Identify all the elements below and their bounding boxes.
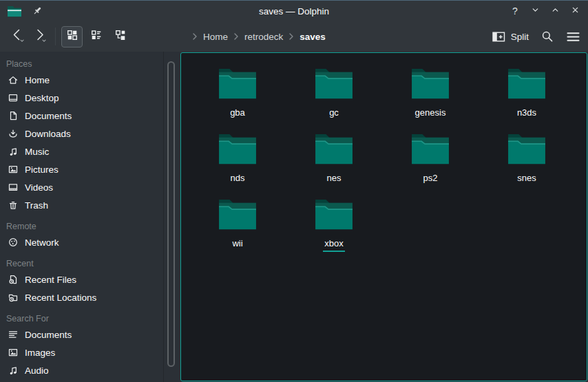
sidebar-item-downloads[interactable]: Downloads — [0, 125, 163, 142]
folder-icon — [505, 129, 548, 169]
breadcrumb-separator-icon — [288, 32, 295, 41]
folder-item-n3ds[interactable]: n3ds — [479, 64, 575, 129]
sidebar-scrollbar-track[interactable] — [164, 52, 180, 382]
sidebar-item-documents[interactable]: Documents — [0, 326, 163, 343]
folder-icon — [216, 195, 259, 235]
folder-item-xbox[interactable]: xbox — [286, 195, 382, 260]
pin-icon[interactable] — [32, 6, 43, 17]
compact-view-button[interactable] — [85, 26, 107, 47]
sidebar-item-network[interactable]: Network — [0, 233, 163, 251]
folder-icon — [313, 195, 355, 235]
sidebar-item-videos[interactable]: Videos — [0, 178, 163, 196]
desktop-icon — [8, 92, 19, 103]
folder-item-wii[interactable]: wii — [189, 195, 286, 260]
chevron-right-icon — [32, 27, 48, 46]
network-icon — [8, 237, 19, 248]
folder-icon — [216, 129, 259, 169]
window-title: saves — Dolphin — [0, 6, 588, 17]
sidebar-item-label: Downloads — [25, 129, 71, 139]
folder-label: snes — [516, 173, 537, 184]
folder-label: wii — [231, 239, 244, 249]
folder-label: nds — [229, 173, 246, 184]
breadcrumb-separator-icon — [191, 32, 198, 41]
titlebar[interactable]: saves — Dolphin ? — [0, 1, 588, 21]
sidebar-item-label: Audio — [25, 365, 49, 376]
sidebar-item-label: Network — [25, 237, 59, 248]
folder-item-gba[interactable]: gba — [189, 64, 286, 129]
sidebar-item-images[interactable]: Images — [0, 343, 163, 361]
forward-button[interactable] — [29, 25, 51, 47]
compact-view-icon — [91, 30, 102, 43]
sidebar-item-audio[interactable]: Audio — [0, 361, 163, 379]
icons-view-button[interactable] — [61, 26, 83, 47]
folder-label: ps2 — [422, 173, 439, 184]
sidebar-item-label: Recent Locations — [25, 293, 96, 303]
sidebar-item-pictures[interactable]: Pictures — [0, 160, 163, 178]
maximize-button[interactable] — [549, 5, 561, 17]
dolphin-app-icon — [7, 5, 22, 17]
chevron-down-icon — [530, 5, 540, 17]
recent-file-icon — [8, 274, 19, 285]
breadcrumb-retrodeck[interactable]: retrodeck — [244, 32, 283, 42]
music-note-icon — [8, 365, 19, 376]
sidebar-item-label: Documents — [25, 111, 72, 121]
icons-view-icon — [67, 30, 78, 43]
folder-item-genesis[interactable]: genesis — [382, 64, 479, 129]
search-icon — [541, 30, 554, 43]
text-lines-icon — [8, 329, 19, 340]
folder-item-nes[interactable]: nes — [286, 129, 382, 195]
sidebar-item-music[interactable]: Music — [0, 142, 163, 160]
sidebar-item-recent-locations[interactable]: Recent Locations — [0, 288, 163, 306]
breadcrumb-separator-icon — [233, 32, 240, 41]
places-panel: PlacesHomeDesktopDocumentsDownloadsMusic… — [0, 52, 164, 382]
search-button[interactable] — [541, 30, 554, 43]
sidebar-item-label: Music — [25, 147, 49, 157]
sidebar-item-label: Home — [25, 75, 50, 85]
sidebar-item-documents[interactable]: Documents — [0, 107, 163, 125]
trash-icon — [8, 200, 19, 211]
breadcrumb-saves[interactable]: saves — [300, 32, 326, 42]
download-icon — [8, 128, 19, 139]
recent-folder-icon — [8, 292, 19, 303]
folder-view: gbagcgenesisn3dsndsnesps2sneswiixbox — [180, 52, 587, 381]
chevron-up-icon — [550, 5, 560, 17]
split-view-icon — [492, 32, 505, 42]
sidebar-item-trash[interactable]: Trash — [0, 196, 163, 214]
chevron-left-icon — [10, 27, 26, 46]
toolbar: Homeretrodecksaves Split — [0, 21, 588, 52]
split-button[interactable]: Split — [492, 32, 529, 42]
video-icon — [8, 182, 19, 193]
dolphin-window: saves — Dolphin ? — [0, 0, 588, 382]
folder-icon — [409, 64, 452, 104]
breadcrumb-home[interactable]: Home — [203, 32, 228, 42]
folder-label: gc — [328, 108, 340, 118]
sidebar-item-recent-files[interactable]: Recent Files — [0, 270, 163, 288]
sidebar-section-recent: Recent — [0, 257, 163, 270]
document-icon — [8, 110, 19, 121]
folder-item-ps2[interactable]: ps2 — [382, 129, 479, 195]
folder-label: genesis — [414, 108, 448, 118]
close-icon — [570, 5, 580, 17]
folder-item-snes[interactable]: snes — [479, 129, 575, 195]
minimize-button[interactable] — [529, 5, 541, 17]
home-icon — [8, 74, 19, 85]
toolbar-separator — [55, 28, 56, 45]
folder-item-gc[interactable]: gc — [286, 64, 382, 129]
sidebar-item-home[interactable]: Home — [0, 71, 163, 89]
sidebar-section-places: Places — [0, 57, 163, 71]
folder-item-nds[interactable]: nds — [189, 129, 286, 195]
folder-label: xbox — [323, 239, 344, 252]
music-note-icon — [8, 146, 19, 157]
folder-icon — [313, 64, 355, 104]
close-button[interactable] — [569, 5, 581, 17]
menu-button[interactable] — [567, 30, 580, 43]
folder-icon — [216, 64, 259, 104]
help-button[interactable]: ? — [509, 5, 521, 17]
image-icon — [8, 164, 19, 175]
details-view-button[interactable] — [109, 26, 131, 47]
breadcrumb: Homeretrodecksaves — [191, 32, 326, 42]
sidebar-item-label: Trash — [25, 200, 48, 211]
sidebar-scrollbar-thumb[interactable] — [167, 61, 175, 367]
sidebar-item-desktop[interactable]: Desktop — [0, 89, 163, 107]
back-button[interactable] — [7, 25, 29, 47]
